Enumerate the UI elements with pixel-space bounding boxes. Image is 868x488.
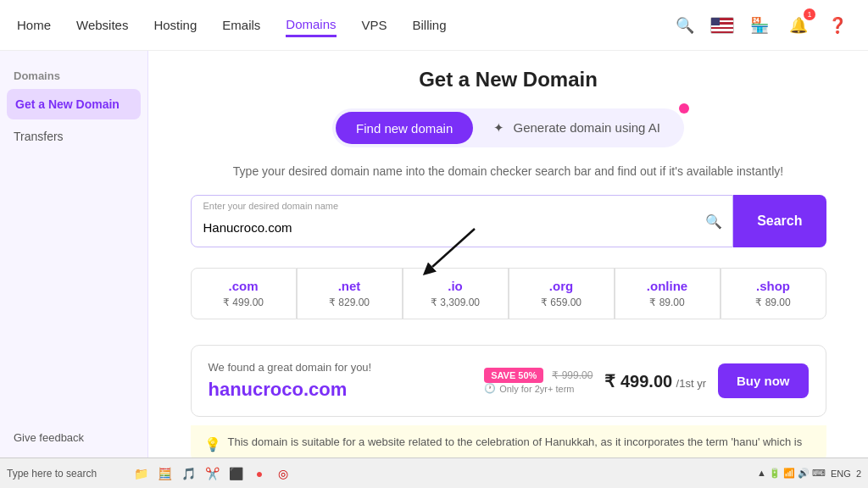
taskbar-right: ▲ 🔋 📶 🔊 ⌨ ENG 2 (757, 468, 861, 479)
rec-domain-name: hanucroco.com (209, 379, 372, 401)
rec-top: We found a great domain for you! hanucro… (209, 361, 809, 401)
main-content: Get a New Domain Find new domain ✦ Gener… (148, 51, 868, 488)
original-price: ₹ 999.00 (552, 369, 593, 381)
nav-link-websites[interactable]: Websites (76, 14, 128, 36)
taskbar-lang: ENG (831, 469, 851, 479)
search-nav-icon[interactable]: 🔍 (671, 12, 698, 39)
buy-now-button[interactable]: Buy now (718, 363, 809, 398)
ext-item-com[interactable]: .com₹ 499.00 (191, 268, 297, 319)
nav-link-hosting[interactable]: Hosting (153, 14, 197, 36)
sidebar: Domains Get a New Domain Transfers Give … (0, 51, 148, 488)
taskbar: Type here to search 📁 🧮 🎵 ✂️ ⬛ ● ◎ ▲ 🔋 📶… (0, 458, 868, 488)
ext-item-org[interactable]: .org₹ 659.00 (509, 268, 615, 319)
taskbar-search-text[interactable]: Type here to search (7, 468, 125, 480)
search-button[interactable]: Search (733, 195, 826, 247)
sidebar-section-title: Domains (0, 64, 147, 87)
per-year: /1st yr (676, 377, 706, 390)
ai-badge (679, 103, 689, 114)
nav-link-vps[interactable]: VPS (362, 14, 387, 36)
store-icon[interactable]: 🏪 (746, 12, 773, 39)
domain-input-wrapper: Enter your desired domain name 🔍 (191, 195, 734, 247)
taskbar-scissors-icon[interactable]: ✂️ (202, 463, 222, 484)
final-price: ₹ 499.00 (604, 372, 672, 391)
nav-links: HomeWebsitesHostingEmailsDomainsVPSBilli… (17, 14, 671, 37)
taskbar-chrome-icon[interactable]: ● (249, 463, 270, 484)
ext-item-net[interactable]: .net₹ 829.00 (297, 268, 403, 319)
notifications-icon[interactable]: 🔔 1 (785, 12, 812, 39)
domain-input-label: Enter your desired domain name (203, 201, 339, 211)
rec-right: SAVE 50% ₹ 999.00 🕐 Only for 2yr+ term ₹… (484, 363, 808, 398)
domain-search-section: Enter your desired domain name 🔍 Search (191, 195, 826, 247)
tab-container: Find new domain ✦ Generate domain using … (174, 108, 843, 147)
taskbar-media-icon[interactable]: 🎵 (178, 463, 198, 484)
extensions-row: .com₹ 499.00.net₹ 829.00.io₹ 3,309.00.or… (191, 268, 826, 319)
taskbar-tray-icons: ▲ 🔋 📶 🔊 ⌨ (757, 468, 826, 479)
help-icon[interactable]: ❓ (824, 12, 851, 39)
ext-item-online[interactable]: .online₹ 89.00 (615, 268, 721, 319)
sidebar-item-get-domain[interactable]: Get a New Domain (7, 89, 141, 119)
sidebar-feedback[interactable]: Give feedback (0, 423, 148, 452)
taskbar-calc-icon[interactable]: 🧮 (154, 463, 175, 484)
rec-pricing: ₹ 499.00 /1st yr (604, 371, 706, 391)
taskbar-time: 2 (856, 469, 861, 479)
page-title: Get a New Domain (174, 68, 843, 92)
nav-link-emails[interactable]: Emails (222, 14, 260, 36)
main-layout: Domains Get a New Domain Transfers Give … (0, 51, 868, 488)
taskbar-icons: 📁 🧮 🎵 ✂️ ⬛ ● ◎ (131, 463, 293, 484)
tab-wrapper: Find new domain ✦ Generate domain using … (332, 108, 684, 147)
taskbar-opera-icon[interactable]: ◎ (273, 463, 293, 484)
ext-item-io[interactable]: .io₹ 3,309.00 (403, 268, 509, 319)
taskbar-terminal-icon[interactable]: ⬛ (225, 463, 246, 484)
tab-find-domain[interactable]: Find new domain (336, 112, 473, 144)
sidebar-item-transfers[interactable]: Transfers (0, 121, 147, 152)
save-badge: SAVE 50% (484, 368, 543, 383)
taskbar-files-icon[interactable]: 📁 (131, 463, 151, 484)
nav-link-billing[interactable]: Billing (413, 14, 447, 36)
sparkle-icon: ✦ (493, 120, 504, 135)
nav-link-domains[interactable]: Domains (286, 14, 336, 37)
nav-link-home[interactable]: Home (17, 14, 51, 36)
tab-generate-ai[interactable]: ✦ Generate domain using AI (473, 112, 681, 144)
ext-item-shop[interactable]: .shop₹ 89.00 (721, 268, 826, 319)
top-navigation: HomeWebsitesHostingEmailsDomainsVPSBilli… (0, 0, 868, 51)
rec-label: We found a great domain for you! (209, 361, 372, 374)
description-text: This domain is suitable for a website re… (228, 435, 803, 448)
recommendation-box: We found a great domain for you! hanucro… (191, 345, 826, 417)
notification-badge: 1 (804, 8, 815, 20)
page-subtitle: Type your desired domain name into the d… (174, 164, 843, 178)
bulb-icon: 💡 (204, 436, 221, 452)
flag-icon[interactable] (710, 17, 734, 34)
term-note: 🕐 Only for 2yr+ term (484, 383, 593, 394)
search-icon-inside: 🔍 (705, 214, 722, 230)
nav-icons: 🔍 🏪 🔔 1 ❓ (671, 12, 851, 39)
